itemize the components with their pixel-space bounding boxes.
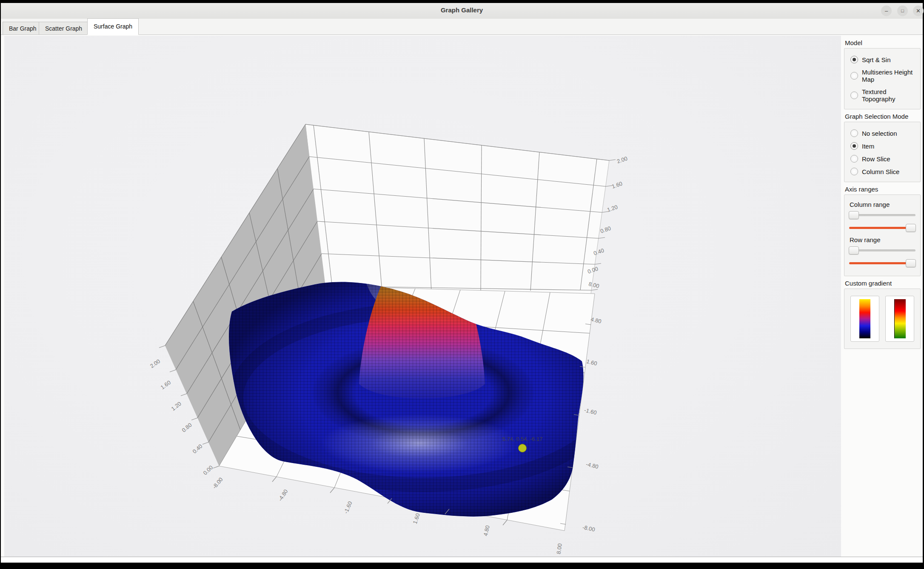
custom-gradient-caption: Custom gradient bbox=[845, 280, 921, 287]
svg-text:1.60: 1.60 bbox=[611, 180, 623, 190]
radio-icon[interactable] bbox=[850, 142, 858, 150]
titlebar[interactable]: Graph Gallery – □ ✕ bbox=[1, 3, 923, 19]
radio-icon[interactable] bbox=[850, 91, 858, 99]
selected-point-label: 5.74, 0.54, -6.17 bbox=[502, 436, 543, 442]
model-caption: Model bbox=[845, 39, 921, 46]
axis-ranges-caption: Axis ranges bbox=[845, 186, 921, 193]
gradient-swatch-darkred-red-yellow-green[interactable] bbox=[885, 296, 914, 342]
svg-text:0.40: 0.40 bbox=[191, 443, 204, 455]
slider-handle[interactable] bbox=[906, 224, 916, 232]
slider-handle[interactable] bbox=[849, 211, 859, 219]
radio-no-selection[interactable]: No selection bbox=[850, 129, 917, 137]
svg-text:-4.80: -4.80 bbox=[585, 461, 599, 470]
radio-icon[interactable] bbox=[850, 72, 858, 80]
radio-icon[interactable] bbox=[850, 56, 858, 63]
row-range-min-slider[interactable] bbox=[849, 246, 916, 254]
svg-text:1.60: 1.60 bbox=[586, 358, 598, 367]
gradient-bar bbox=[859, 299, 870, 338]
svg-text:-8.00: -8.00 bbox=[582, 524, 596, 533]
column-range-label: Column range bbox=[850, 201, 917, 208]
svg-text:-1.60: -1.60 bbox=[342, 500, 353, 515]
radio-sqrt-sin[interactable]: Sqrt & Sin bbox=[850, 56, 917, 63]
svg-text:1.20: 1.20 bbox=[606, 204, 619, 213]
radio-column-slice[interactable]: Column Slice bbox=[850, 168, 917, 175]
svg-text:4.80: 4.80 bbox=[590, 316, 602, 325]
svg-text:1.20: 1.20 bbox=[170, 400, 183, 412]
tab-scatter-graph[interactable]: Scatter Graph bbox=[39, 22, 88, 35]
slider-handle[interactable] bbox=[906, 259, 916, 267]
minimize-button[interactable]: – bbox=[881, 6, 892, 16]
svg-text:8.00: 8.00 bbox=[555, 543, 563, 555]
radio-textured-topography[interactable]: Textured Topography bbox=[850, 88, 917, 103]
column-range-min-slider[interactable] bbox=[849, 211, 916, 219]
svg-text:-1.60: -1.60 bbox=[584, 407, 597, 416]
app-window: Graph Gallery – □ ✕ Bar Graph Scatter Gr… bbox=[1, 3, 923, 563]
selection-mode-caption: Graph Selection Mode bbox=[845, 113, 921, 120]
gradient-swatch-yellow-red-blue-black[interactable] bbox=[850, 296, 879, 342]
tab-surface-graph[interactable]: Surface Graph bbox=[87, 18, 139, 35]
selection-mode-group: No selection Item Row Slice Column Slice bbox=[844, 122, 921, 182]
gradient-bar bbox=[894, 299, 906, 338]
svg-text:2.00: 2.00 bbox=[616, 155, 628, 165]
column-range-max-slider[interactable] bbox=[849, 223, 916, 232]
tab-bar: Bar Graph Scatter Graph Surface Graph bbox=[1, 19, 923, 35]
row-range-max-slider[interactable] bbox=[849, 259, 916, 267]
model-group: Sqrt & Sin Multiseries Height Map Textur… bbox=[844, 48, 921, 109]
svg-text:1.60: 1.60 bbox=[160, 379, 172, 391]
radio-icon[interactable] bbox=[850, 155, 858, 163]
window-title: Graph Gallery bbox=[1, 6, 923, 14]
row-range-label: Row range bbox=[850, 236, 917, 243]
maximize-button[interactable]: □ bbox=[897, 6, 908, 16]
window-bottom-edge bbox=[1, 557, 923, 563]
radio-icon[interactable] bbox=[850, 168, 858, 175]
radio-multiseries-height-map[interactable]: Multiseries Height Map bbox=[850, 69, 917, 83]
radio-icon[interactable] bbox=[850, 129, 858, 137]
svg-text:-4.80: -4.80 bbox=[277, 488, 289, 502]
svg-text:4.80: 4.80 bbox=[482, 525, 491, 537]
svg-text:0.00: 0.00 bbox=[202, 464, 214, 476]
slider-track[interactable] bbox=[849, 214, 915, 216]
slider-track[interactable] bbox=[849, 249, 915, 252]
svg-text:0.80: 0.80 bbox=[599, 225, 612, 234]
svg-text:2.00: 2.00 bbox=[149, 358, 161, 369]
close-button[interactable]: ✕ bbox=[913, 6, 924, 16]
radio-item[interactable]: Item bbox=[850, 142, 917, 150]
tab-bar-graph[interactable]: Bar Graph bbox=[3, 22, 43, 35]
surface-plot-area[interactable]: 5.74, 0.54, -6.17 bbox=[4, 36, 841, 561]
slider-handle[interactable] bbox=[849, 246, 859, 254]
surface-plot-canvas[interactable]: 5.74, 0.54, -6.17 bbox=[4, 36, 841, 561]
selected-point-marker bbox=[519, 444, 527, 452]
custom-gradient-group bbox=[844, 289, 921, 349]
svg-text:1.60: 1.60 bbox=[412, 512, 421, 525]
radio-row-slice[interactable]: Row Slice bbox=[850, 155, 917, 163]
settings-sidebar: Model Sqrt & Sin Multiseries Height Map … bbox=[844, 36, 921, 349]
axis-ranges-group: Column range Row range bbox=[844, 194, 921, 276]
svg-text:-8.00: -8.00 bbox=[211, 476, 224, 490]
svg-text:0.80: 0.80 bbox=[181, 422, 193, 434]
